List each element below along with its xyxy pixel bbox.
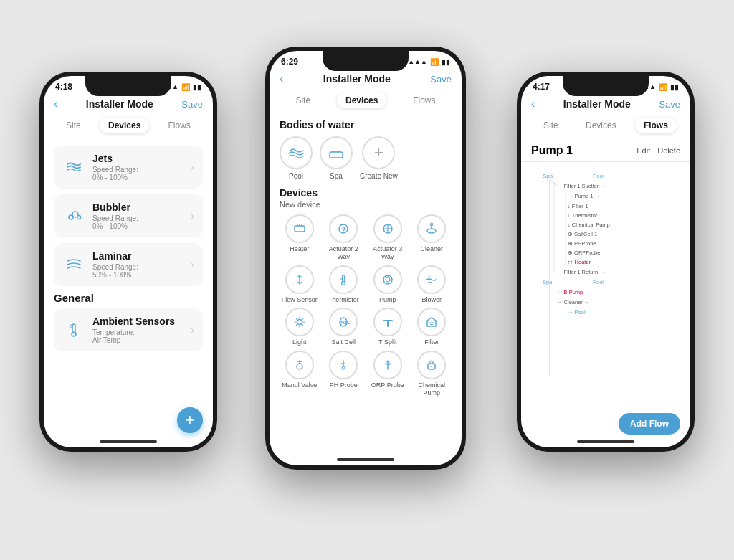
left-nav-bar: ‹ Installer Mode Save	[44, 95, 213, 115]
bubbler-name: Bubbler	[92, 201, 191, 213]
left-tab-flows[interactable]: Flows	[160, 118, 199, 133]
spa-label: Spa	[330, 172, 343, 180]
svg-text:→ Pool: → Pool	[568, 309, 586, 315]
grid-heater[interactable]: Heater	[280, 214, 320, 261]
left-save-button[interactable]: Save	[181, 99, 203, 110]
bodies-title: Bodies of water	[280, 119, 452, 130]
chemical-pump-label: Chemical Pump	[412, 381, 452, 397]
flow-diagram-svg: Spa Pool → Filter 1 Suction → → Pump 1 →…	[528, 168, 683, 390]
bodies-of-water-section: Bodies of water Pool	[280, 119, 452, 180]
right-tab-site[interactable]: Site	[535, 118, 567, 133]
left-jets-row[interactable]: Jets Speed Range: 0% - 100% ›	[54, 146, 203, 189]
device-grid: Heater Actuator 2 Way	[280, 214, 452, 397]
svg-rect-7	[295, 226, 305, 232]
center-back-button[interactable]: ‹	[280, 72, 283, 85]
svg-text:↑↑ B Pump: ↑↑ B Pump	[557, 289, 583, 295]
center-signal-icon: ▲▲▲	[408, 58, 427, 65]
left-fab-button[interactable]: +	[177, 407, 203, 433]
left-bubbler-row[interactable]: Bubbler Speed Range: 0% - 100% ›	[54, 194, 203, 237]
left-tab-devices[interactable]: Devices	[100, 118, 149, 133]
bubbler-icon	[62, 204, 85, 227]
center-save-button[interactable]: Save	[430, 74, 452, 85]
grid-blower[interactable]: Blower	[412, 265, 452, 304]
grid-cleaner[interactable]: Cleaner	[412, 214, 452, 261]
ph-probe-icon	[329, 351, 358, 379]
center-tab-flows[interactable]: Flows	[404, 92, 444, 108]
add-flow-button[interactable]: Add Flow	[619, 413, 680, 435]
body-spa[interactable]: Spa	[320, 136, 353, 180]
body-create-new[interactable]: + Create New	[360, 136, 398, 180]
grid-thermistor[interactable]: Thermistor	[324, 265, 364, 304]
center-content: Bodies of water Pool	[270, 113, 462, 463]
salt-cell-icon: NaCl	[329, 308, 358, 336]
svg-point-10	[427, 229, 436, 233]
right-save-button[interactable]: Save	[659, 99, 680, 110]
flow-diagram-area: Spa Pool → Filter 1 Suction → → Pump 1 →…	[521, 162, 690, 415]
svg-text:↑↑ Heater: ↑↑ Heater	[568, 259, 591, 265]
grid-chemical-pump[interactable]: Chemical Pump	[412, 351, 452, 397]
right-tab-flows[interactable]: Flows	[635, 118, 677, 133]
grid-pump[interactable]: Pump	[368, 265, 408, 304]
right-wifi-icon: 📶	[659, 83, 667, 91]
grid-salt-cell[interactable]: NaCl Salt Cell	[324, 308, 364, 346]
jets-info: Jets Speed Range: 0% - 100%	[92, 153, 191, 181]
grid-manual-valve[interactable]: Manul Valve	[280, 351, 320, 397]
light-icon	[285, 308, 314, 336]
svg-point-13	[342, 281, 345, 285]
delete-button[interactable]: Delete	[657, 146, 680, 155]
flow-sensor-icon	[285, 265, 314, 294]
ambient-sub2: Air Temp	[92, 336, 191, 344]
ambient-sub1: Temperature:	[92, 328, 191, 336]
right-nav-bar: ‹ Installer Mode Save	[521, 95, 690, 115]
center-tab-site[interactable]: Site	[287, 92, 319, 108]
ambient-info: Ambient Sensors Temperature: Air Temp	[92, 315, 191, 344]
grid-actuator2[interactable]: Actuator 2 Way	[324, 214, 364, 261]
svg-point-16	[297, 320, 302, 325]
flow-sensor-label: Flow Sensor	[282, 296, 318, 304]
left-ambient-row[interactable]: Ambient Sensors Temperature: Air Temp ›	[54, 308, 203, 351]
laminar-sub1: Speed Range:	[92, 263, 191, 271]
grid-actuator3[interactable]: Actuator 3 Way	[368, 214, 408, 261]
blower-icon	[417, 265, 446, 294]
svg-point-2	[77, 216, 81, 219]
filter-icon	[417, 308, 446, 336]
svg-text:Pool: Pool	[593, 279, 604, 285]
grid-t-split[interactable]: T Split	[368, 308, 408, 346]
grid-orp-probe[interactable]: ORP Probe	[368, 351, 408, 397]
left-tab-site[interactable]: Site	[57, 118, 90, 133]
right-back-button[interactable]: ‹	[531, 98, 535, 110]
laminar-chevron: ›	[191, 259, 194, 270]
pool-label: Pool	[289, 172, 303, 180]
left-laminar-row[interactable]: Laminar Speed Range: 50% - 100% ›	[54, 243, 203, 286]
wifi-icon: 📶	[181, 83, 190, 91]
left-back-button[interactable]: ‹	[54, 98, 57, 110]
grid-light[interactable]: Light	[280, 308, 320, 346]
center-tab-bar: Site Devices Flows	[270, 90, 462, 113]
battery-icon: ▮▮	[193, 83, 201, 91]
filter-label: Filter	[424, 338, 439, 346]
right-notch	[563, 76, 649, 96]
jets-sub1: Speed Range:	[92, 166, 191, 174]
screenshot-container: 4:18 ▲▲▲ 📶 ▮▮ ‹ Installer Mode Save Site…	[0, 0, 734, 560]
svg-text:→ Pump 1 →: → Pump 1 →	[568, 193, 600, 199]
left-notch	[85, 76, 171, 96]
svg-text:⊕ PHProbe: ⊕ PHProbe	[568, 240, 596, 247]
center-tab-devices[interactable]: Devices	[337, 92, 386, 108]
grid-ph-probe[interactable]: PH Probe	[324, 351, 364, 397]
phone-right: 4:17 ▲▲▲ 📶 ▮▮ ‹ Installer Mode Save Site…	[517, 72, 695, 452]
grid-filter[interactable]: Filter	[412, 308, 452, 346]
body-pool[interactable]: Pool	[280, 136, 313, 180]
right-battery-icon: ▮▮	[670, 83, 679, 91]
bubbler-sub1: Speed Range:	[92, 214, 191, 222]
left-tab-bar: Site Devices Flows	[44, 115, 213, 138]
jets-sub2: 0% - 100%	[92, 174, 191, 181]
grid-flow-sensor[interactable]: Flow Sensor	[280, 265, 320, 304]
spa-circle	[320, 136, 353, 169]
right-tab-devices[interactable]: Devices	[577, 118, 625, 133]
svg-text:⊕ SaltCell 1: ⊕ SaltCell 1	[568, 231, 597, 237]
jets-name: Jets	[92, 153, 191, 164]
orp-probe-icon	[373, 351, 402, 379]
actuator2-icon	[329, 214, 358, 243]
edit-button[interactable]: Edit	[637, 146, 650, 155]
center-wifi-icon: 📶	[430, 58, 439, 66]
